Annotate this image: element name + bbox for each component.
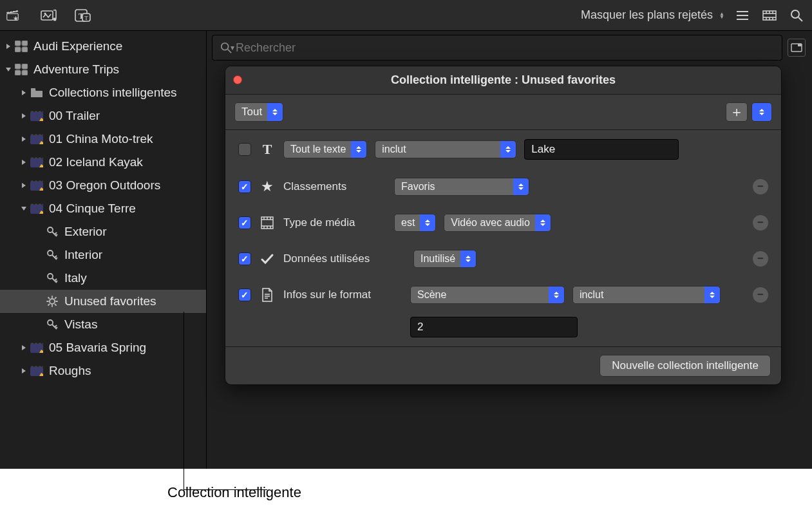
svg-marker-52: [30, 203, 43, 205]
sidebar-item[interactable]: Adventure Trips: [0, 58, 206, 81]
disclosure-icon[interactable]: [19, 344, 28, 351]
disclosure-icon[interactable]: [19, 136, 28, 142]
search-bar[interactable]: ▾: [212, 35, 782, 61]
search-icon[interactable]: [788, 6, 806, 24]
sidebar-item-label: Collections intelligentes: [49, 86, 177, 100]
hide-rejected-dropdown[interactable]: Masquer les plans rejetés ▲▼: [581, 8, 724, 22]
remove-rule-button[interactable]: −: [753, 179, 768, 194]
app-window: ★ TT Masquer les plans rejetés ▲▼ Audi E…: [0, 0, 812, 469]
list-view-icon[interactable]: [733, 6, 751, 24]
media-op-popup[interactable]: est: [394, 214, 436, 232]
match-popup[interactable]: Tout: [234, 102, 283, 122]
rule-used-media: Données utilisées Inutilisé −: [225, 241, 781, 277]
document-icon: [259, 288, 276, 302]
used-value-popup[interactable]: Inutilisé: [413, 250, 477, 268]
svg-rect-24: [22, 41, 28, 46]
search-input[interactable]: [236, 41, 774, 55]
add-rule-menu[interactable]: [751, 102, 772, 122]
sidebar-item-label: Italy: [64, 271, 87, 285]
text-value-input[interactable]: [524, 139, 679, 160]
rule-label: Type de média: [283, 216, 386, 229]
sidebar-item[interactable]: 02 Iceland Kayak: [0, 151, 206, 174]
disclosure-icon[interactable]: [19, 368, 28, 374]
disclosure-icon[interactable]: [19, 159, 28, 165]
disclosure-icon[interactable]: [19, 205, 28, 212]
disclosure-icon[interactable]: [19, 113, 28, 119]
svg-marker-22: [6, 44, 10, 49]
clapperboard-icon[interactable]: ★: [6, 6, 24, 24]
rule-label: Données utilisées: [283, 252, 406, 265]
svg-line-64: [48, 305, 50, 306]
rule-media-type: Type de média est Vidéo avec audio −: [225, 205, 781, 241]
svg-rect-28: [15, 64, 21, 69]
star-icon: ★: [259, 178, 276, 195]
text-type-icon: T: [259, 141, 276, 158]
remove-rule-button[interactable]: −: [753, 287, 768, 303]
rule-enable-checkbox[interactable]: [238, 143, 251, 156]
sidebar-item-label: 01 China Moto-trek: [49, 132, 153, 146]
view-options-icon[interactable]: [788, 39, 806, 57]
sidebar-item[interactable]: Interior: [0, 243, 206, 267]
sidebar-item[interactable]: Roughs: [0, 359, 206, 382]
rule-enable-checkbox[interactable]: [238, 252, 251, 265]
svg-line-63: [55, 305, 57, 306]
updown-icon: [267, 103, 283, 121]
new-smart-collection-button[interactable]: Nouvelle collection intelligente: [600, 355, 771, 377]
toolbar: ★ TT Masquer les plans rejetés ▲▼: [0, 0, 812, 31]
folder-icon: [30, 88, 44, 98]
rule-label: Classements: [283, 180, 386, 193]
remove-rule-button[interactable]: −: [753, 215, 768, 231]
sidebar-item[interactable]: Audi Experience: [0, 35, 206, 58]
svg-marker-69: [30, 343, 43, 344]
filmstrip-view-icon[interactable]: [760, 6, 779, 24]
svg-rect-25: [15, 47, 21, 52]
sidebar-item[interactable]: 05 Bavaria Spring: [0, 336, 206, 359]
svg-marker-34: [22, 113, 26, 118]
film-icon: [259, 216, 276, 229]
text-field-popup[interactable]: Tout le texte: [283, 140, 367, 158]
rule-enable-checkbox[interactable]: [238, 216, 251, 229]
disclosure-icon[interactable]: [4, 66, 13, 73]
svg-marker-44: [30, 157, 43, 158]
keyword-icon: [45, 226, 59, 238]
ratings-value-popup[interactable]: Favoris: [394, 178, 529, 196]
sidebar-item[interactable]: 01 China Moto-trek: [0, 127, 206, 151]
disclosure-icon[interactable]: [19, 90, 28, 96]
rule-enable-checkbox[interactable]: [238, 288, 251, 301]
close-traffic-light-icon[interactable]: [233, 75, 242, 84]
disclosure-icon[interactable]: [4, 43, 13, 50]
svg-text:T: T: [84, 15, 88, 21]
media-value-popup[interactable]: Vidéo avec audio: [444, 214, 551, 232]
text-op-popup[interactable]: inclut: [375, 140, 516, 158]
svg-marker-27: [6, 68, 11, 71]
sidebar-item[interactable]: 03 Oregon Outdoors: [0, 174, 206, 197]
sidebar-item[interactable]: 00 Trailer: [0, 104, 206, 127]
format-op-popup[interactable]: inclut: [572, 286, 721, 304]
updown-icon: ▲▼: [719, 12, 724, 19]
sidebar-item[interactable]: Unused favorites: [0, 290, 206, 313]
sidebar-item-label: 03 Oregon Outdoors: [49, 178, 160, 193]
format-value-input[interactable]: [410, 317, 578, 337]
svg-point-3: [53, 17, 57, 21]
sidebar-item[interactable]: Exterior: [0, 220, 206, 243]
svg-line-21: [798, 17, 802, 21]
svg-point-56: [48, 274, 53, 279]
rule-enable-checkbox[interactable]: [238, 180, 251, 193]
svg-line-65: [55, 297, 57, 299]
add-rule-button[interactable]: ＋: [726, 102, 748, 122]
remove-rule-button[interactable]: −: [753, 251, 768, 267]
sidebar-item-label: Roughs: [49, 364, 91, 378]
titles-icon[interactable]: TT: [73, 6, 91, 24]
format-field-popup[interactable]: Scène: [410, 286, 565, 304]
sidebar-item[interactable]: 04 Cinque Terre: [0, 197, 206, 220]
svg-point-2: [44, 12, 46, 14]
sidebar-item-label: 02 Iceland Kayak: [49, 155, 143, 169]
sidebar-item[interactable]: Italy: [0, 267, 206, 290]
disclosure-icon[interactable]: [19, 182, 28, 189]
sidebar-item[interactable]: Vistas: [0, 313, 206, 336]
sidebar-item[interactable]: Collections intelligentes: [0, 81, 206, 104]
svg-line-62: [48, 297, 50, 299]
sidebar: Audi ExperienceAdventure TripsCollection…: [0, 31, 207, 469]
hide-rejected-label: Masquer les plans rejetés: [581, 8, 713, 22]
photos-music-icon[interactable]: [40, 6, 58, 24]
